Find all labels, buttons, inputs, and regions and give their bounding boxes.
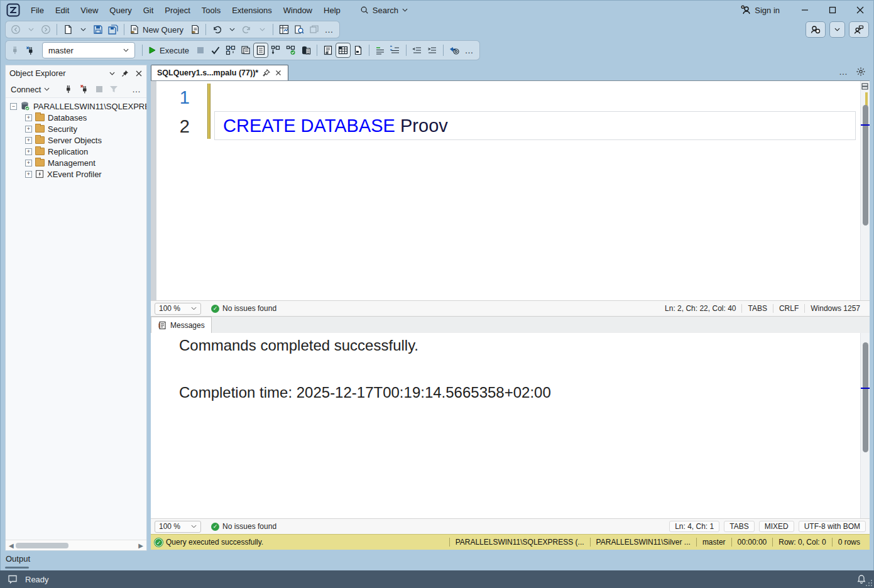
close-panel-icon[interactable] xyxy=(135,70,143,77)
uncomment-lines-button[interactable] xyxy=(388,43,403,58)
close-button[interactable] xyxy=(846,0,874,20)
current-database[interactable]: master xyxy=(696,538,731,547)
redo-dropdown[interactable] xyxy=(254,22,270,37)
object-explorer-header[interactable]: Object Explorer xyxy=(6,65,146,81)
tree-item-xevent-profiler[interactable]: + XEvent Profiler xyxy=(6,168,146,180)
tree-item-databases[interactable]: + Databases xyxy=(6,112,146,123)
execute-button[interactable]: Execute xyxy=(146,43,193,58)
activity-monitor-button[interactable] xyxy=(276,22,292,37)
expand-icon[interactable]: + xyxy=(25,171,32,178)
expand-icon[interactable]: + xyxy=(25,126,32,133)
expand-icon[interactable]: + xyxy=(25,137,32,144)
gear-icon[interactable] xyxy=(856,67,866,77)
horizontal-scroll-thumb[interactable] xyxy=(16,543,68,548)
horizontal-scrollbar[interactable]: ◀ ▶ xyxy=(6,540,146,550)
pin-tab-icon[interactable] xyxy=(263,69,270,77)
resize-grip[interactable] xyxy=(864,578,873,587)
minimize-button[interactable] xyxy=(791,0,819,20)
save-all-button[interactable] xyxy=(106,22,121,37)
expand-icon[interactable]: + xyxy=(25,148,32,155)
menu-tools[interactable]: Tools xyxy=(196,3,226,18)
collapse-expander-icon[interactable]: − xyxy=(10,103,17,110)
redo-button[interactable] xyxy=(239,22,254,37)
output-tab[interactable]: Output xyxy=(6,554,30,564)
results-to-file-button[interactable] xyxy=(351,43,366,58)
save-button[interactable] xyxy=(90,22,106,37)
live-query-statistics-button[interactable] xyxy=(283,43,298,58)
messages-caret-position[interactable]: Ln: 4, Ch: 1 xyxy=(669,521,719,532)
client-statistics-button[interactable] xyxy=(298,43,314,58)
messages-mixed-mode[interactable]: MIXED xyxy=(759,521,794,532)
intellisense-enabled-toggle[interactable] xyxy=(253,43,268,58)
user-accounts-button[interactable] xyxy=(806,21,826,38)
scroll-right-arrow[interactable]: ▶ xyxy=(138,542,143,549)
editor-encoding[interactable]: Windows 1257 xyxy=(804,304,866,313)
find-in-files-button[interactable] xyxy=(292,22,307,37)
oe-connect-icon[interactable] xyxy=(64,84,74,94)
sql-editor[interactable]: 1 2 CREATE DATABASE Proov xyxy=(151,80,870,300)
undo-button[interactable] xyxy=(209,22,224,37)
include-actual-plan-button[interactable] xyxy=(268,43,283,58)
parse-button[interactable] xyxy=(208,43,223,58)
editor-vertical-scrollbar[interactable] xyxy=(860,81,870,300)
connected-login[interactable]: PARALLELSWIN11\Silver ... xyxy=(590,538,696,547)
messages-issues-indicator[interactable]: ✓ No issues found xyxy=(211,522,276,531)
open-query-file-button[interactable] xyxy=(187,22,202,37)
query-options-button[interactable] xyxy=(238,43,253,58)
available-databases-dropdown[interactable]: master xyxy=(42,42,135,58)
connect-dropdown[interactable]: Connect xyxy=(11,85,50,94)
splitter-handle-icon[interactable] xyxy=(861,82,869,90)
new-file-button[interactable] xyxy=(60,22,75,37)
sign-in-button[interactable]: Sign in xyxy=(729,5,791,15)
oe-overflow-button[interactable]: … xyxy=(132,84,141,94)
menu-file[interactable]: File xyxy=(25,3,50,18)
menu-view[interactable]: View xyxy=(75,3,104,18)
editor-tabs-mode[interactable]: TABS xyxy=(741,304,772,313)
menu-extensions[interactable]: Extensions xyxy=(226,3,278,18)
messages-tabs-mode[interactable]: TABS xyxy=(724,521,754,532)
expand-icon[interactable]: + xyxy=(25,114,32,121)
close-tab-icon[interactable] xyxy=(275,69,282,77)
results-to-grid-button[interactable] xyxy=(336,43,351,58)
tree-item-security[interactable]: + Security xyxy=(6,123,146,134)
results-to-text-button[interactable] xyxy=(320,43,336,58)
editor-scroll-thumb[interactable] xyxy=(863,105,868,226)
new-file-dropdown[interactable] xyxy=(75,22,90,37)
editor-issues-indicator[interactable]: ✓ No issues found xyxy=(211,304,276,313)
display-estimated-plan-button[interactable] xyxy=(223,43,238,58)
navigate-forward-button[interactable] xyxy=(38,22,53,37)
messages-scroll-thumb[interactable] xyxy=(863,342,868,452)
panel-options-chevron-icon[interactable] xyxy=(109,72,115,75)
messages-zoom-dropdown[interactable]: 100 % xyxy=(155,521,201,533)
query-toolbar-overflow-button[interactable]: … xyxy=(462,43,477,58)
back-dropdown[interactable] xyxy=(23,22,38,37)
scroll-left-arrow[interactable]: ◀ xyxy=(9,542,14,549)
tab-list-overflow-button[interactable]: … xyxy=(839,67,848,77)
ide-navigator-button[interactable] xyxy=(307,22,322,37)
menu-edit[interactable]: Edit xyxy=(50,3,75,18)
tree-item-management[interactable]: + Management xyxy=(6,157,146,168)
undo-dropdown[interactable] xyxy=(224,22,239,37)
menu-git[interactable]: Git xyxy=(138,3,160,18)
tree-item-server-objects[interactable]: + Server Objects xyxy=(6,134,146,146)
editor-caret-position[interactable]: Ln: 2, Ch: 22, Col: 40 xyxy=(659,304,741,313)
editor-line-endings[interactable]: CRLF xyxy=(773,304,804,313)
cancel-query-button[interactable] xyxy=(193,43,208,58)
new-query-button[interactable]: New Query xyxy=(128,22,187,37)
oe-stop-icon[interactable] xyxy=(96,85,103,93)
pin-icon[interactable] xyxy=(121,70,129,77)
tree-item-replication[interactable]: + Replication xyxy=(6,146,146,157)
expand-icon[interactable]: + xyxy=(25,160,32,166)
change-connection-button[interactable] xyxy=(23,43,38,58)
messages-vertical-scrollbar[interactable] xyxy=(860,333,870,518)
console-bubble-icon[interactable] xyxy=(8,574,18,584)
code-line-2[interactable]: CREATE DATABASE Proov xyxy=(223,111,448,140)
menu-help[interactable]: Help xyxy=(318,3,346,18)
tree-item-server[interactable]: − PARALLELSWIN11\SQLEXPRESS (SQ xyxy=(6,101,146,112)
decrease-indent-button[interactable] xyxy=(410,43,425,58)
maximize-button[interactable] xyxy=(819,0,846,20)
navigate-back-button[interactable] xyxy=(8,22,23,37)
menu-window[interactable]: Window xyxy=(278,3,318,18)
oe-disconnect-icon[interactable] xyxy=(80,84,90,94)
connected-server[interactable]: PARALLELSWIN11\SQLEXPRESS (... xyxy=(449,538,590,547)
